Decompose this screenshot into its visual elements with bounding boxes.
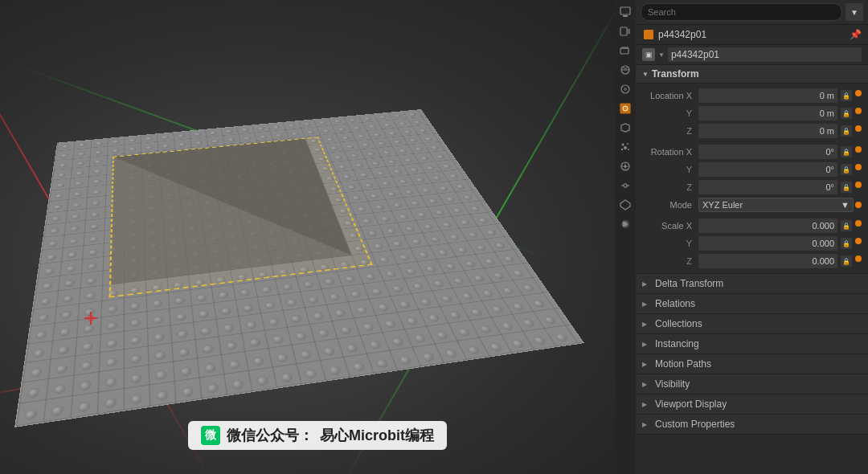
custom-properties-arrow: ▶: [642, 421, 650, 428]
visibility-title: Visibility: [655, 378, 690, 390]
rotation-y-icons: 🔒: [841, 164, 862, 175]
custom-properties-title: Custom Properties: [655, 419, 735, 430]
physics-icon[interactable]: [616, 157, 634, 175]
modifier-icon[interactable]: [616, 119, 634, 137]
material-icon[interactable]: [616, 215, 634, 233]
rotation-z-lock-btn[interactable]: 🔒: [841, 182, 852, 193]
location-x-label: Location X: [642, 91, 698, 100]
properties-menu-button[interactable]: ▼: [845, 3, 863, 21]
custom-properties-header[interactable]: ▶ Custom Properties: [636, 415, 868, 434]
location-y-lock-btn[interactable]: 🔒: [841, 108, 852, 119]
delta-transform-section: ▶ Delta Transform: [636, 274, 868, 294]
object-name-input[interactable]: [658, 29, 846, 40]
motion-paths-title: Motion Paths: [655, 358, 711, 370]
transform-section-header[interactable]: ▼ Transform: [636, 65, 868, 84]
svg-rect-9: [621, 47, 628, 49]
view-layer-icon[interactable]: [616, 42, 634, 59]
instancing-title: Instancing: [655, 338, 699, 349]
location-y-dot: [855, 108, 862, 114]
instancing-arrow: ▶: [642, 341, 650, 348]
rotation-y-row: Y 🔒: [636, 161, 868, 178]
delta-transform-header[interactable]: ▶ Delta Transform: [636, 274, 868, 293]
location-x-dot: [855, 90, 862, 96]
rotation-x-icons: 🔒: [841, 146, 862, 157]
dropdown-arrow[interactable]: ▼: [658, 51, 665, 59]
sidebar-icon-strip: [615, 0, 636, 474]
scale-y-lock-btn[interactable]: 🔒: [841, 238, 852, 249]
delta-transform-title: Delta Transform: [655, 278, 723, 289]
rotation-z-input[interactable]: [698, 180, 837, 194]
viewport-display-section: ▶ Viewport Display: [636, 394, 868, 415]
location-z-lock-btn[interactable]: 🔒: [841, 125, 852, 137]
rotation-x-lock-btn[interactable]: 🔒: [841, 146, 852, 157]
rotation-mode-row: Mode XYZ Euler ▼: [636, 196, 868, 214]
relations-header[interactable]: ▶ Relations: [636, 294, 868, 313]
data-block-name-input[interactable]: [668, 47, 862, 62]
mode-dropdown-arrow: ▼: [841, 200, 850, 210]
object-name-row: 📌: [636, 25, 868, 45]
rotation-x-input[interactable]: [698, 145, 837, 159]
transform-section-content: Location X 🔒 Y 🔒 Z 🔒: [636, 84, 868, 274]
visibility-section: ▶ Visibility: [636, 374, 868, 394]
svg-rect-8: [620, 48, 628, 54]
scale-x-label: Scale X: [642, 221, 698, 231]
rotation-y-lock-btn[interactable]: 🔒: [841, 164, 852, 175]
scale-x-lock-btn[interactable]: 🔒: [841, 220, 852, 231]
collections-header[interactable]: ▶ Collections: [636, 314, 868, 333]
object-properties-icon[interactable]: [616, 100, 634, 117]
collections-section: ▶ Collections: [636, 314, 868, 334]
scale-z-input[interactable]: [698, 254, 837, 268]
instancing-header[interactable]: ▶ Instancing: [636, 334, 868, 353]
properties-search[interactable]: [641, 3, 842, 21]
output-icon[interactable]: [616, 22, 634, 40]
watermark-text: 易心Microbit编程: [320, 426, 434, 445]
object-data-icon[interactable]: [616, 196, 634, 214]
world-icon[interactable]: [616, 80, 634, 98]
location-z-row: Z 🔒: [636, 122, 868, 140]
scene-icon[interactable]: [616, 61, 634, 79]
location-y-row: Y 🔒: [636, 104, 868, 122]
pin-icon[interactable]: 📌: [850, 29, 862, 40]
svg-rect-3: [623, 15, 628, 17]
constraints-icon[interactable]: [616, 177, 634, 194]
viewport-display-arrow: ▶: [642, 401, 650, 408]
relations-title: Relations: [655, 298, 695, 309]
location-x-input[interactable]: [698, 88, 837, 103]
location-y-icons: 🔒: [841, 108, 862, 119]
location-x-row: Location X 🔒: [636, 87, 868, 104]
scale-z-icons: 🔒: [841, 255, 862, 267]
viewport-display-header[interactable]: ▶ Viewport Display: [636, 394, 868, 414]
scale-y-input[interactable]: [698, 236, 837, 251]
delta-transform-arrow: ▶: [642, 280, 650, 288]
motion-paths-header[interactable]: ▶ Motion Paths: [636, 354, 868, 374]
location-z-input[interactable]: [698, 124, 837, 138]
svg-rect-4: [620, 27, 627, 35]
mesh-type-icon: ▣: [642, 48, 655, 61]
rotation-z-icons: 🔒: [841, 182, 862, 193]
render-icon[interactable]: [616, 3, 634, 21]
scale-y-label: Y: [642, 239, 698, 248]
watermark: 微 微信公众号： 易心Microbit编程: [188, 421, 447, 450]
visibility-header[interactable]: ▶ Visibility: [636, 374, 868, 394]
properties-panel: ▼ 📌 ▣ ▼ ▼ Transform Location X 🔒: [635, 0, 868, 474]
scale-x-icons: 🔒: [841, 220, 862, 231]
object-type-icon: [642, 28, 655, 41]
particles-icon[interactable]: [616, 138, 634, 156]
svg-point-19: [621, 149, 623, 150]
rotation-z-row: Z 🔒: [636, 178, 868, 196]
scale-x-dot: [855, 220, 862, 227]
crosshair-inner: [88, 315, 94, 321]
rotation-x-label: Rotation X: [642, 147, 698, 157]
scale-z-lock-btn[interactable]: 🔒: [841, 255, 852, 267]
svg-marker-27: [620, 200, 630, 210]
svg-point-18: [624, 146, 627, 149]
svg-rect-29: [644, 30, 653, 39]
scale-x-input[interactable]: [698, 219, 837, 233]
transform-section-title: Transform: [652, 68, 699, 80]
scale-z-label: Z: [642, 256, 698, 266]
3d-viewport[interactable]: 微 微信公众号： 易心Microbit编程: [0, 0, 635, 474]
location-y-input[interactable]: [698, 106, 837, 121]
rotation-mode-dropdown[interactable]: XYZ Euler ▼: [698, 198, 854, 212]
rotation-y-input[interactable]: [698, 162, 837, 177]
location-x-lock-btn[interactable]: 🔒: [841, 90, 852, 101]
